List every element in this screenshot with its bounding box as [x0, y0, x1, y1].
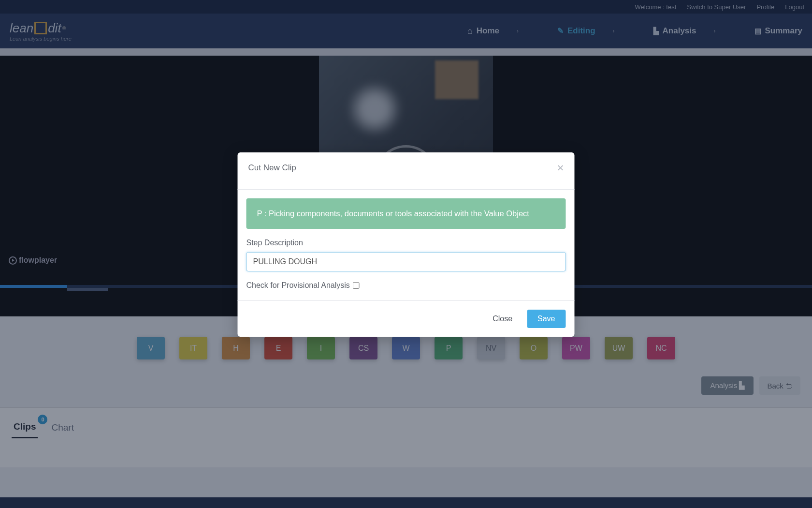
modal-footer: Close Save	[238, 300, 575, 337]
save-button[interactable]: Save	[527, 310, 566, 328]
modal-header: Cut New Clip ×	[238, 152, 575, 190]
modal-title: Cut New Clip	[248, 163, 296, 173]
step-description-input[interactable]	[246, 252, 566, 271]
modal-body: P : Picking components, documents or too…	[238, 190, 575, 300]
provisional-label: Check for Provisional Analysis	[246, 281, 350, 290]
cut-clip-modal: Cut New Clip × P : Picking components, d…	[238, 152, 575, 337]
close-icon[interactable]: ×	[557, 162, 564, 174]
provisional-checkbox[interactable]	[353, 282, 360, 289]
close-button[interactable]: Close	[485, 310, 520, 328]
category-alert: P : Picking components, documents or too…	[246, 198, 566, 229]
step-description-label: Step Description	[246, 239, 566, 247]
